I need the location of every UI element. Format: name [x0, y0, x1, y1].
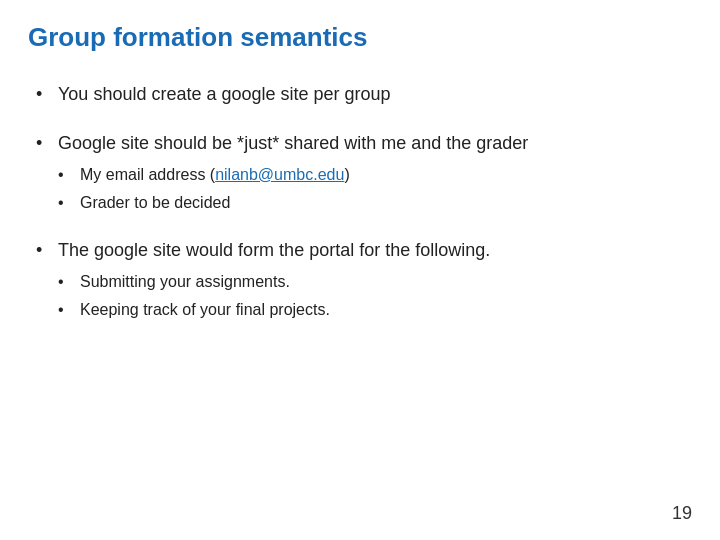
sub-bullet-dot-3b: •: [58, 298, 80, 322]
slide: Group formation semantics • You should c…: [0, 0, 720, 540]
email-link[interactable]: nilanb@umbc.edu: [215, 166, 344, 183]
bullet-dot-3: •: [36, 237, 58, 264]
sub-bullet-text-3b: Keeping track of your final projects.: [80, 298, 330, 322]
slide-content: • You should create a google site per gr…: [36, 81, 684, 322]
sub-bullet-dot-2a: •: [58, 163, 80, 187]
slide-title: Group formation semantics: [28, 22, 684, 53]
bullet-group-3: • The google site would form the portal …: [36, 237, 684, 322]
sub-bullet-item-3b: • Keeping track of your final projects.: [58, 298, 684, 322]
bullet-group-2: • Google site should be *just* shared wi…: [36, 130, 684, 215]
sub-bullet-item-2b: • Grader to be decided: [58, 191, 684, 215]
sub-bullet-text-3a: Submitting your assignments.: [80, 270, 290, 294]
bullet-text-2: Google site should be *just* shared with…: [58, 130, 528, 157]
sub-bullet-text-2a: My email address (nilanb@umbc.edu): [80, 163, 350, 187]
sub-bullets-3: • Submitting your assignments. • Keeping…: [58, 270, 684, 322]
bullet-text-3: The google site would form the portal fo…: [58, 237, 490, 264]
bullet-dot-2: •: [36, 130, 58, 157]
sub-bullet-item-2a: • My email address (nilanb@umbc.edu): [58, 163, 684, 187]
slide-number: 19: [672, 503, 692, 524]
bullet-dot-1: •: [36, 81, 58, 108]
bullet-item-2: • Google site should be *just* shared wi…: [36, 130, 684, 157]
bullet-text-1: You should create a google site per grou…: [58, 81, 391, 108]
sub-bullet-text-2b: Grader to be decided: [80, 191, 230, 215]
bullet-item-1: • You should create a google site per gr…: [36, 81, 684, 108]
sub-bullets-2: • My email address (nilanb@umbc.edu) • G…: [58, 163, 684, 215]
bullet-group-1: • You should create a google site per gr…: [36, 81, 684, 108]
sub-bullet-item-3a: • Submitting your assignments.: [58, 270, 684, 294]
sub-bullet-dot-3a: •: [58, 270, 80, 294]
sub-bullet-dot-2b: •: [58, 191, 80, 215]
bullet-item-3: • The google site would form the portal …: [36, 237, 684, 264]
